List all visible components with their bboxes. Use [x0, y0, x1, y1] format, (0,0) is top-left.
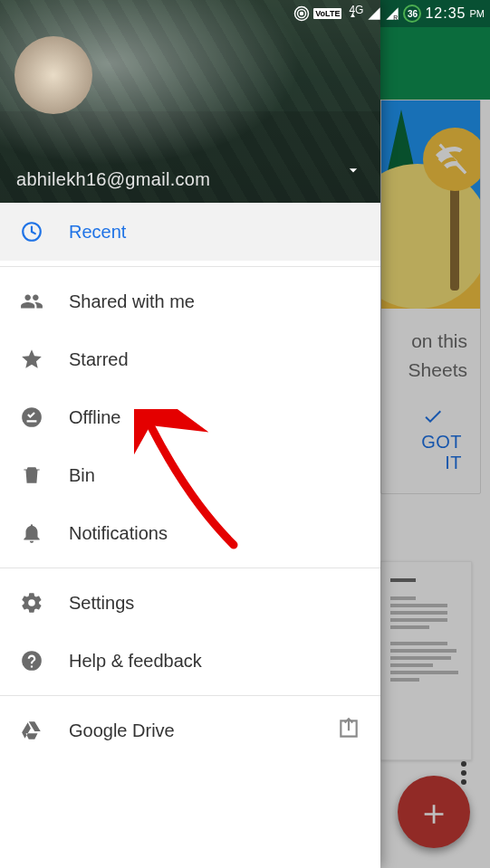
- nav-label: Help & feedback: [69, 651, 202, 672]
- signal-1-icon: [367, 6, 381, 21]
- people-icon: [20, 290, 69, 313]
- drawer-header[interactable]: abhilekh16@gmail.com: [0, 0, 380, 203]
- nav-item-recent[interactable]: Recent: [0, 203, 380, 261]
- star-icon: [20, 348, 69, 371]
- signal-2-icon: R: [385, 6, 399, 21]
- nav-item-shared[interactable]: Shared with me: [0, 272, 380, 330]
- battery-indicator: 36: [403, 5, 421, 23]
- drive-icon: [20, 719, 69, 742]
- account-dropdown-icon[interactable]: [344, 161, 362, 183]
- nav-label: Recent: [69, 222, 126, 243]
- nav-drawer: abhilekh16@gmail.com Recent Shared with …: [0, 0, 380, 868]
- nav-item-notifications[interactable]: Notifications: [0, 504, 380, 562]
- nav-item-drive[interactable]: Google Drive: [0, 701, 380, 759]
- divider: [0, 568, 380, 568]
- divider: [0, 695, 380, 696]
- bell-icon: [20, 521, 69, 545]
- svg-point-1: [22, 407, 42, 427]
- nav-item-bin[interactable]: Bin: [0, 446, 380, 504]
- offline-pin-icon: [20, 405, 69, 429]
- nav-label: Notifications: [69, 523, 168, 544]
- nav-label: Bin: [69, 465, 95, 486]
- nav-label: Settings: [69, 593, 134, 614]
- nav-item-settings[interactable]: Settings: [0, 574, 380, 632]
- avatar[interactable]: [14, 36, 92, 114]
- drawer-list: Recent Shared with me Starred Offline: [0, 203, 380, 868]
- svg-point-3: [301, 13, 303, 15]
- clock-icon: [20, 220, 69, 243]
- gear-icon: [20, 591, 69, 615]
- trash-icon: [20, 463, 69, 487]
- nav-item-offline[interactable]: Offline: [0, 388, 380, 446]
- nav-item-starred[interactable]: Starred: [0, 330, 380, 388]
- help-icon: [20, 649, 69, 672]
- nav-label: Offline: [69, 407, 120, 428]
- hotspot-icon: [293, 5, 310, 22]
- nav-label: Shared with me: [69, 291, 195, 312]
- account-email: abhilekh16@gmail.com: [16, 169, 210, 190]
- status-ampm: PM: [470, 8, 485, 19]
- nav-label: Starred: [69, 349, 129, 370]
- open-external-icon: [337, 717, 360, 745]
- network-type: ▲ 4G: [345, 4, 363, 16]
- nav-label: Google Drive: [69, 720, 175, 741]
- nav-item-help[interactable]: Help & feedback: [0, 632, 380, 690]
- divider: [0, 266, 380, 267]
- svg-text:R: R: [394, 14, 399, 21]
- status-time: 12:35: [425, 5, 466, 22]
- volte-badge: VoLTE: [313, 8, 341, 19]
- status-bar: VoLTE ▲ 4G R 36 12:35 PM: [0, 0, 490, 27]
